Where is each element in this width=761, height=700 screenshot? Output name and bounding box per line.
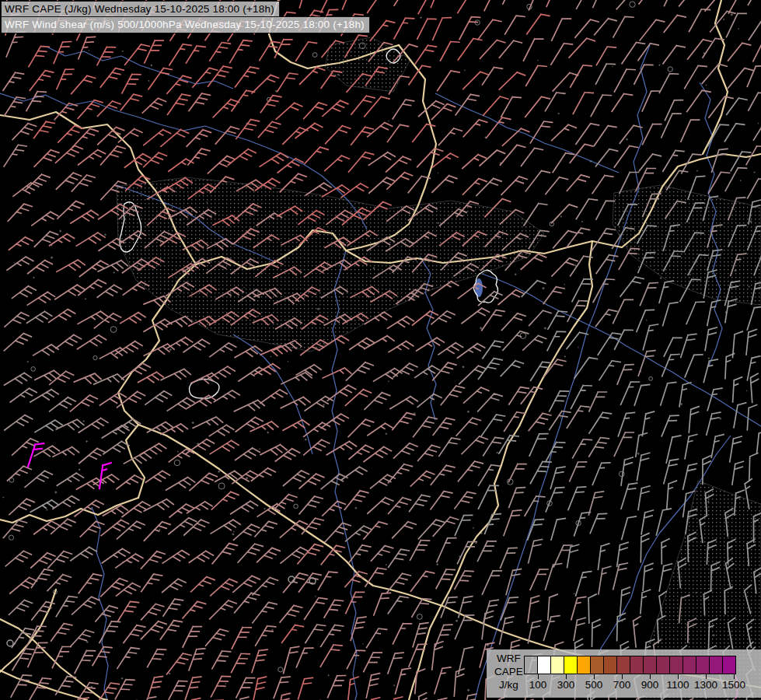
legend-swatch bbox=[722, 656, 736, 674]
legend-swatch bbox=[669, 656, 683, 674]
legend-label-cape: CAPE bbox=[494, 665, 523, 678]
legend-swatch bbox=[696, 656, 710, 674]
cape-legend-labels: WRF CAPE J/kg bbox=[494, 652, 523, 691]
legend-tick-label: 1500 bbox=[717, 679, 751, 691]
legend-swatch bbox=[682, 656, 696, 674]
legend-label-wrf: WRF bbox=[494, 652, 523, 665]
legend-swatch bbox=[537, 656, 551, 674]
map-title-wind-shear: WRF Wind shear (m/s) 500/1000hPa Wednesd… bbox=[1, 16, 370, 33]
legend-swatch bbox=[630, 656, 644, 674]
legend-swatch bbox=[616, 656, 630, 674]
cape-legend: WRF CAPE J/kg 10030050070090011001300150… bbox=[487, 649, 761, 698]
legend-swatch bbox=[643, 656, 657, 674]
legend-swatch bbox=[524, 656, 538, 674]
legend-swatch bbox=[577, 656, 591, 674]
legend-swatch bbox=[656, 656, 670, 674]
legend-swatch bbox=[550, 656, 564, 674]
legend-swatch bbox=[564, 656, 578, 674]
legend-swatch bbox=[590, 656, 604, 674]
legend-label-unit: J/kg bbox=[494, 678, 523, 691]
wrf-map-root: WRF CAPE (J/kg) Wednesday 15-10-2025 18:… bbox=[0, 0, 761, 700]
cape-legend-swatches bbox=[524, 656, 735, 674]
legend-swatch bbox=[709, 656, 723, 674]
legend-swatch bbox=[603, 656, 617, 674]
map-title-cape: WRF CAPE (J/kg) Wednesday 15-10-2025 18:… bbox=[1, 1, 280, 18]
weather-map bbox=[0, 0, 761, 700]
